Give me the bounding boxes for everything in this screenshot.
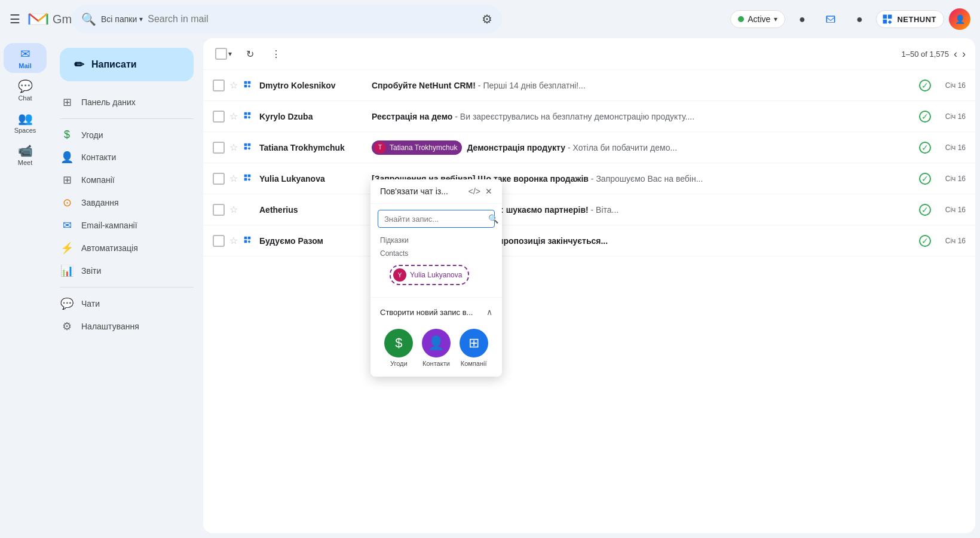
active-arrow-icon: ▾ bbox=[774, 15, 777, 23]
table-row[interactable]: ☆ Aetherius Нові можливості для співпрац… bbox=[203, 194, 975, 225]
popup-action-companies[interactable]: ⊞ Компанії bbox=[460, 329, 488, 367]
toolbar-left: ▾ ↻ ⋮ bbox=[213, 43, 287, 65]
status-badge: ✓ bbox=[919, 204, 931, 216]
search-input[interactable] bbox=[148, 14, 477, 25]
crm-icon bbox=[243, 111, 255, 122]
popup-action-deals[interactable]: $ Угоди bbox=[384, 329, 413, 367]
tasks-icon: ⊙ bbox=[60, 196, 74, 209]
contacts-action-label: Контакти bbox=[422, 360, 450, 367]
table-row[interactable]: ☆ Yulia Lukyanova [Запрошення на вебінар… bbox=[203, 163, 975, 194]
nav-label-reports: Звіти bbox=[81, 266, 101, 276]
avatar[interactable]: 👤 bbox=[949, 8, 970, 30]
nav-next-icon[interactable]: › bbox=[962, 48, 966, 60]
active-status[interactable]: Active ▾ bbox=[730, 10, 785, 28]
star-icon[interactable]: ☆ bbox=[229, 111, 238, 122]
nav-item-reports[interactable]: 📊 Звіти bbox=[50, 259, 194, 282]
nav-item-email-campaigns[interactable]: ✉ Email-кампанії bbox=[50, 214, 194, 237]
filter-icon[interactable]: ⚙ bbox=[482, 12, 492, 26]
select-arrow-icon[interactable]: ▾ bbox=[228, 50, 232, 58]
popup-create-label: Створити новий запис в... bbox=[380, 308, 473, 317]
icon-button-3[interactable]: ● bbox=[847, 7, 871, 31]
popup-header-icons: </> ✕ bbox=[468, 187, 492, 196]
email-count: 1–50 of 1,575 ‹ › bbox=[901, 48, 966, 60]
sidebar-item-meet[interactable]: 📹 Meet bbox=[4, 140, 47, 170]
gmail-m-icon bbox=[27, 11, 49, 27]
email-sender: Aetherius bbox=[259, 205, 367, 215]
email-checkbox[interactable] bbox=[213, 235, 225, 247]
popup-search[interactable]: 🔍 bbox=[378, 210, 495, 228]
contacts-icon: 👤 bbox=[60, 151, 74, 164]
contacts-action-icon: 👤 bbox=[422, 329, 451, 357]
select-all-button[interactable]: ▾ bbox=[213, 43, 234, 65]
nav-label-deals: Угоди bbox=[81, 130, 103, 140]
email-checkbox[interactable] bbox=[213, 173, 225, 185]
email-sender: Yulia Lukyanova bbox=[259, 174, 367, 184]
nav-item-contacts[interactable]: 👤 Контакти bbox=[50, 146, 194, 169]
more-button[interactable]: ⋮ bbox=[265, 43, 287, 65]
status-badge: ✓ bbox=[919, 173, 931, 185]
sidebar-item-mail[interactable]: ✉ Mail bbox=[4, 43, 47, 73]
icon-button-2[interactable] bbox=[819, 7, 843, 31]
count-text: 1–50 of 1,575 bbox=[901, 50, 949, 59]
compose-icon: ✏ bbox=[74, 57, 84, 72]
contact-tag[interactable]: T Tatiana Trokhymchuk bbox=[372, 140, 462, 155]
nav-item-deals[interactable]: $ Угоди bbox=[50, 124, 194, 146]
star-icon[interactable]: ☆ bbox=[229, 235, 238, 246]
star-icon[interactable]: ☆ bbox=[229, 80, 238, 91]
search-bar[interactable]: 🔍 Всі папки ▾ ⚙ bbox=[72, 5, 502, 33]
sidebar-item-chat[interactable]: 💬 Chat bbox=[4, 75, 47, 105]
nethunt-icon bbox=[881, 13, 893, 25]
menu-icon[interactable]: ☰ bbox=[10, 12, 20, 26]
table-row[interactable]: ☆ Tatiana Trokhymchuk T Tatiana Trokhymc… bbox=[203, 132, 975, 163]
popup-contacts-label: Contacts bbox=[370, 247, 502, 260]
popup-create-button[interactable]: Створити новий запис в... ∧ bbox=[370, 302, 502, 322]
popup-action-contacts[interactable]: 👤 Контакти bbox=[422, 329, 451, 367]
sidebar-label-spaces: Spaces bbox=[14, 127, 36, 134]
email-checkbox[interactable] bbox=[213, 142, 225, 154]
star-icon[interactable]: ☆ bbox=[229, 142, 238, 153]
sidebar-label-mail: Mail bbox=[19, 62, 31, 69]
code-icon[interactable]: </> bbox=[468, 187, 480, 196]
nav-label-chats: Чати bbox=[81, 299, 100, 308]
nav-prev-icon[interactable]: ‹ bbox=[954, 48, 957, 60]
nav-item-automation[interactable]: ⚡ Автоматизація bbox=[50, 237, 194, 259]
email-checkbox[interactable] bbox=[213, 80, 225, 91]
automation-icon: ⚡ bbox=[60, 242, 74, 255]
nav-item-settings[interactable]: ⚙ Налаштування bbox=[50, 315, 194, 338]
table-row[interactable]: ☆ Dmytro Kolesnikov Спробуйте NetHunt CR… bbox=[203, 70, 975, 101]
star-icon[interactable]: ☆ bbox=[229, 204, 238, 215]
refresh-button[interactable]: ↻ bbox=[239, 43, 261, 65]
email-area: ▾ ↻ ⋮ 1–50 of 1,575 ‹ › ☆ Dmytro Kolesni… bbox=[203, 38, 975, 533]
email-sender: Kyrylo Dzuba bbox=[259, 112, 367, 121]
email-sender: Dmytro Kolesnikov bbox=[259, 81, 367, 90]
link-chat-popup: Пов'язати чат із... </> ✕ 🔍 Підказки Con… bbox=[370, 179, 502, 377]
popup-header: Пов'язати чат із... </> ✕ bbox=[370, 179, 502, 204]
select-all-checkbox[interactable] bbox=[215, 48, 227, 60]
popup-contact-tag[interactable]: Y Yulia Lukyanova bbox=[390, 265, 469, 285]
email-date: Січ 16 bbox=[936, 112, 966, 121]
nav-item-chats[interactable]: 💬 Чати bbox=[50, 292, 194, 315]
icon-button-1[interactable]: ● bbox=[790, 7, 814, 31]
nethunt-logo[interactable]: NETHUNT bbox=[876, 10, 944, 28]
email-checkbox[interactable] bbox=[213, 204, 225, 216]
email-checkbox[interactable] bbox=[213, 111, 225, 123]
settings-icon: ⚙ bbox=[60, 320, 74, 333]
nav-item-dashboard[interactable]: ⊞ Панель даних bbox=[50, 91, 194, 114]
crm-icon bbox=[243, 142, 255, 153]
popup-search-input[interactable] bbox=[384, 215, 485, 224]
chats-icon: 💬 bbox=[60, 297, 74, 310]
folder-arrow-icon: ▾ bbox=[139, 15, 143, 23]
nav-item-companies[interactable]: ⊞ Компанії bbox=[50, 169, 194, 191]
status-badge: ✓ bbox=[919, 111, 931, 123]
folder-select[interactable]: Всі папки ▾ bbox=[101, 14, 143, 24]
star-icon[interactable]: ☆ bbox=[229, 173, 238, 184]
nav-item-tasks[interactable]: ⊙ Завдання bbox=[50, 191, 194, 214]
status-badge: ✓ bbox=[919, 235, 931, 247]
nav-divider-2 bbox=[60, 287, 194, 288]
compose-button[interactable]: ✏ Написати bbox=[60, 48, 194, 81]
table-row[interactable]: ☆ Будуємо Разом Останній дзвінок! Спеціа… bbox=[203, 225, 975, 256]
popup-create-arrow-icon: ∧ bbox=[486, 307, 492, 317]
table-row[interactable]: ☆ Kyrylo Dzuba Реєстрація на демо - Ви з… bbox=[203, 101, 975, 132]
close-icon[interactable]: ✕ bbox=[485, 187, 492, 196]
sidebar-item-spaces[interactable]: 👥 Spaces bbox=[4, 108, 47, 137]
